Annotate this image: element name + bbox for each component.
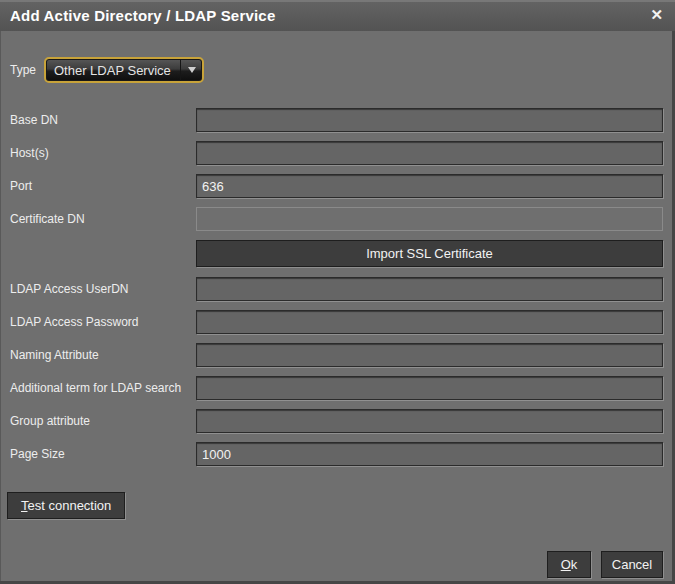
ldap-access-password-field[interactable] [196, 310, 663, 334]
additional-term-field[interactable] [196, 376, 663, 400]
page-size-label: Page Size [0, 447, 196, 461]
dialog-title: Add Active Directory / LDAP Service [10, 7, 275, 24]
ok-button[interactable]: Ok [547, 551, 591, 578]
form-row-ldap-access-userdn: LDAP Access UserDN [0, 277, 675, 301]
certificate-dn-field [196, 207, 663, 231]
form-row-page-size: Page Size [0, 442, 675, 466]
test-connection-label: est connection [28, 498, 112, 513]
type-dropdown-value: Other LDAP Service [46, 63, 180, 78]
form-row-certificate-dn: Certificate DN [0, 207, 675, 231]
port-field[interactable] [196, 174, 663, 198]
naming-attribute-field[interactable] [196, 343, 663, 367]
import-ssl-certificate-button[interactable]: Import SSL Certificate [196, 240, 663, 267]
naming-attribute-label: Naming Attribute [0, 348, 196, 362]
add-ldap-service-dialog: Add Active Directory / LDAP Service ✕ Ty… [0, 0, 675, 584]
type-dropdown[interactable]: Other LDAP Service [44, 57, 204, 83]
ldap-access-userdn-label: LDAP Access UserDN [0, 282, 196, 296]
ldap-settings-form: Base DN Host(s) Port Certificate DN Impo… [0, 108, 675, 475]
cancel-button[interactable]: Cancel [601, 551, 663, 578]
certificate-dn-label: Certificate DN [0, 212, 196, 226]
hosts-field[interactable] [196, 141, 663, 165]
type-dropdown-arrow-button[interactable] [180, 59, 202, 81]
form-row-hosts: Host(s) [0, 141, 675, 165]
ok-label: k [571, 557, 578, 572]
form-row-port: Port [0, 174, 675, 198]
additional-term-label: Additional term for LDAP search [0, 381, 196, 395]
form-row-base-dn: Base DN [0, 108, 675, 132]
form-row-additional-term: Additional term for LDAP search [0, 376, 675, 400]
group-attribute-label: Group attribute [0, 414, 196, 428]
chevron-down-icon [188, 67, 196, 73]
type-row: Type Other LDAP Service [10, 57, 204, 83]
port-label: Port [0, 179, 196, 193]
form-row-ldap-access-password: LDAP Access Password [0, 310, 675, 334]
close-icon[interactable]: ✕ [650, 6, 663, 24]
base-dn-field[interactable] [196, 108, 663, 132]
hosts-label: Host(s) [0, 146, 196, 160]
group-attribute-field[interactable] [196, 409, 663, 433]
ldap-access-userdn-field[interactable] [196, 277, 663, 301]
ok-mnemonic: O [561, 557, 571, 572]
form-row-group-attribute: Group attribute [0, 409, 675, 433]
form-row-naming-attribute: Naming Attribute [0, 343, 675, 367]
ldap-access-password-label: LDAP Access Password [0, 315, 196, 329]
dialog-titlebar: Add Active Directory / LDAP Service ✕ [0, 0, 675, 31]
import-certificate-row: Import SSL Certificate [196, 240, 663, 267]
base-dn-label: Base DN [0, 113, 196, 127]
dialog-action-buttons: Ok Cancel [547, 551, 663, 578]
page-size-field[interactable] [196, 442, 663, 466]
test-connection-button[interactable]: Test connection [7, 492, 125, 519]
type-label: Type [10, 63, 44, 77]
